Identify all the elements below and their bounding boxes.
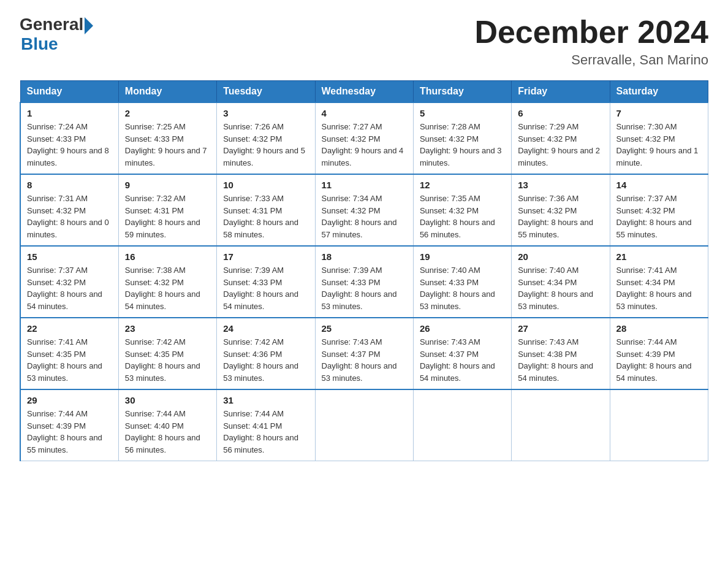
table-row: 29 Sunrise: 7:44 AMSunset: 4:39 PMDaylig… xyxy=(20,389,118,461)
day-info: Sunrise: 7:39 AMSunset: 4:33 PMDaylight:… xyxy=(223,264,308,312)
day-number: 30 xyxy=(125,395,210,405)
day-info: Sunrise: 7:44 AMSunset: 4:41 PMDaylight:… xyxy=(223,408,308,456)
day-number: 20 xyxy=(518,251,603,262)
day-header-thursday: Thursday xyxy=(413,81,511,103)
table-row xyxy=(413,389,511,461)
day-number: 17 xyxy=(223,251,308,262)
day-number: 5 xyxy=(420,108,505,118)
day-info: Sunrise: 7:44 AMSunset: 4:39 PMDaylight:… xyxy=(27,408,112,456)
day-info: Sunrise: 7:24 AMSunset: 4:33 PMDaylight:… xyxy=(27,121,112,169)
day-header-wednesday: Wednesday xyxy=(315,81,413,103)
day-number: 13 xyxy=(518,180,603,190)
table-row: 15 Sunrise: 7:37 AMSunset: 4:32 PMDaylig… xyxy=(20,246,118,318)
day-info: Sunrise: 7:25 AMSunset: 4:33 PMDaylight:… xyxy=(125,121,210,169)
day-number: 4 xyxy=(322,108,407,118)
day-number: 18 xyxy=(322,251,407,262)
day-info: Sunrise: 7:44 AMSunset: 4:39 PMDaylight:… xyxy=(616,336,702,384)
week-row-4: 22 Sunrise: 7:41 AMSunset: 4:35 PMDaylig… xyxy=(20,318,708,389)
day-number: 19 xyxy=(420,251,505,262)
day-number: 3 xyxy=(223,108,308,118)
day-number: 27 xyxy=(518,323,603,334)
day-info: Sunrise: 7:43 AMSunset: 4:38 PMDaylight:… xyxy=(518,336,603,384)
day-info: Sunrise: 7:29 AMSunset: 4:32 PMDaylight:… xyxy=(518,121,603,169)
table-row: 1 Sunrise: 7:24 AMSunset: 4:33 PMDayligh… xyxy=(20,102,118,174)
day-number: 22 xyxy=(27,323,112,334)
day-number: 11 xyxy=(322,180,407,190)
day-info: Sunrise: 7:37 AMSunset: 4:32 PMDaylight:… xyxy=(616,193,702,240)
week-row-1: 1 Sunrise: 7:24 AMSunset: 4:33 PMDayligh… xyxy=(20,102,708,174)
day-number: 23 xyxy=(125,323,210,334)
day-info: Sunrise: 7:42 AMSunset: 4:36 PMDaylight:… xyxy=(223,336,308,384)
day-number: 10 xyxy=(223,180,308,190)
table-row: 12 Sunrise: 7:35 AMSunset: 4:32 PMDaylig… xyxy=(413,174,511,246)
table-row: 19 Sunrise: 7:40 AMSunset: 4:33 PMDaylig… xyxy=(413,246,511,318)
day-header-sunday: Sunday xyxy=(20,81,118,103)
day-info: Sunrise: 7:28 AMSunset: 4:32 PMDaylight:… xyxy=(420,121,505,169)
logo-general-text: General xyxy=(20,15,83,34)
day-info: Sunrise: 7:40 AMSunset: 4:34 PMDaylight:… xyxy=(518,264,603,312)
day-info: Sunrise: 7:36 AMSunset: 4:32 PMDaylight:… xyxy=(518,193,603,240)
location-subtitle: Serravalle, San Marino xyxy=(474,52,708,68)
day-info: Sunrise: 7:26 AMSunset: 4:32 PMDaylight:… xyxy=(223,121,308,169)
day-number: 9 xyxy=(125,180,210,190)
header: General Blue December 2024 Serravalle, S… xyxy=(20,15,708,68)
table-row: 3 Sunrise: 7:26 AMSunset: 4:32 PMDayligh… xyxy=(217,102,315,174)
day-number: 12 xyxy=(420,180,505,190)
day-info: Sunrise: 7:43 AMSunset: 4:37 PMDaylight:… xyxy=(322,336,407,384)
logo-blue-text: Blue xyxy=(21,34,58,53)
day-number: 7 xyxy=(616,108,702,118)
day-header-monday: Monday xyxy=(118,81,216,103)
calendar-table: SundayMondayTuesdayWednesdayThursdayFrid… xyxy=(20,80,708,461)
header-row: SundayMondayTuesdayWednesdayThursdayFrid… xyxy=(20,81,708,103)
day-info: Sunrise: 7:39 AMSunset: 4:33 PMDaylight:… xyxy=(322,264,407,312)
table-row: 16 Sunrise: 7:38 AMSunset: 4:32 PMDaylig… xyxy=(118,246,216,318)
table-row: 5 Sunrise: 7:28 AMSunset: 4:32 PMDayligh… xyxy=(413,102,511,174)
day-number: 24 xyxy=(223,323,308,334)
logo: General Blue xyxy=(20,15,93,54)
table-row: 23 Sunrise: 7:42 AMSunset: 4:35 PMDaylig… xyxy=(118,318,216,389)
day-info: Sunrise: 7:37 AMSunset: 4:32 PMDaylight:… xyxy=(27,264,112,312)
table-row: 30 Sunrise: 7:44 AMSunset: 4:40 PMDaylig… xyxy=(118,389,216,461)
day-number: 29 xyxy=(27,395,112,405)
table-row xyxy=(512,389,610,461)
day-number: 15 xyxy=(27,251,112,262)
table-row: 6 Sunrise: 7:29 AMSunset: 4:32 PMDayligh… xyxy=(512,102,610,174)
day-number: 1 xyxy=(27,108,112,118)
table-row: 24 Sunrise: 7:42 AMSunset: 4:36 PMDaylig… xyxy=(217,318,315,389)
table-row: 25 Sunrise: 7:43 AMSunset: 4:37 PMDaylig… xyxy=(315,318,413,389)
day-info: Sunrise: 7:44 AMSunset: 4:40 PMDaylight:… xyxy=(125,408,210,456)
table-row: 7 Sunrise: 7:30 AMSunset: 4:32 PMDayligh… xyxy=(610,102,708,174)
day-number: 25 xyxy=(322,323,407,334)
table-row xyxy=(315,389,413,461)
day-info: Sunrise: 7:35 AMSunset: 4:32 PMDaylight:… xyxy=(420,193,505,240)
week-row-5: 29 Sunrise: 7:44 AMSunset: 4:39 PMDaylig… xyxy=(20,389,708,461)
table-row: 10 Sunrise: 7:33 AMSunset: 4:31 PMDaylig… xyxy=(217,174,315,246)
day-info: Sunrise: 7:27 AMSunset: 4:32 PMDaylight:… xyxy=(322,121,407,169)
day-info: Sunrise: 7:31 AMSunset: 4:32 PMDaylight:… xyxy=(27,193,112,240)
week-row-3: 15 Sunrise: 7:37 AMSunset: 4:32 PMDaylig… xyxy=(20,246,708,318)
day-header-tuesday: Tuesday xyxy=(217,81,315,103)
day-info: Sunrise: 7:41 AMSunset: 4:34 PMDaylight:… xyxy=(616,264,702,312)
day-info: Sunrise: 7:32 AMSunset: 4:31 PMDaylight:… xyxy=(125,193,210,240)
table-row: 20 Sunrise: 7:40 AMSunset: 4:34 PMDaylig… xyxy=(512,246,610,318)
table-row: 28 Sunrise: 7:44 AMSunset: 4:39 PMDaylig… xyxy=(610,318,708,389)
table-row: 2 Sunrise: 7:25 AMSunset: 4:33 PMDayligh… xyxy=(118,102,216,174)
table-row: 17 Sunrise: 7:39 AMSunset: 4:33 PMDaylig… xyxy=(217,246,315,318)
day-info: Sunrise: 7:30 AMSunset: 4:32 PMDaylight:… xyxy=(616,121,702,169)
week-row-2: 8 Sunrise: 7:31 AMSunset: 4:32 PMDayligh… xyxy=(20,174,708,246)
day-info: Sunrise: 7:38 AMSunset: 4:32 PMDaylight:… xyxy=(125,264,210,312)
table-row: 26 Sunrise: 7:43 AMSunset: 4:37 PMDaylig… xyxy=(413,318,511,389)
day-info: Sunrise: 7:34 AMSunset: 4:32 PMDaylight:… xyxy=(322,193,407,240)
day-info: Sunrise: 7:42 AMSunset: 4:35 PMDaylight:… xyxy=(125,336,210,384)
day-info: Sunrise: 7:43 AMSunset: 4:37 PMDaylight:… xyxy=(420,336,505,384)
title-area: December 2024 Serravalle, San Marino xyxy=(474,15,708,68)
table-row: 21 Sunrise: 7:41 AMSunset: 4:34 PMDaylig… xyxy=(610,246,708,318)
table-row: 13 Sunrise: 7:36 AMSunset: 4:32 PMDaylig… xyxy=(512,174,610,246)
day-number: 31 xyxy=(223,395,308,405)
day-info: Sunrise: 7:40 AMSunset: 4:33 PMDaylight:… xyxy=(420,264,505,312)
table-row: 31 Sunrise: 7:44 AMSunset: 4:41 PMDaylig… xyxy=(217,389,315,461)
table-row: 22 Sunrise: 7:41 AMSunset: 4:35 PMDaylig… xyxy=(20,318,118,389)
day-number: 26 xyxy=(420,323,505,334)
table-row xyxy=(610,389,708,461)
day-number: 6 xyxy=(518,108,603,118)
